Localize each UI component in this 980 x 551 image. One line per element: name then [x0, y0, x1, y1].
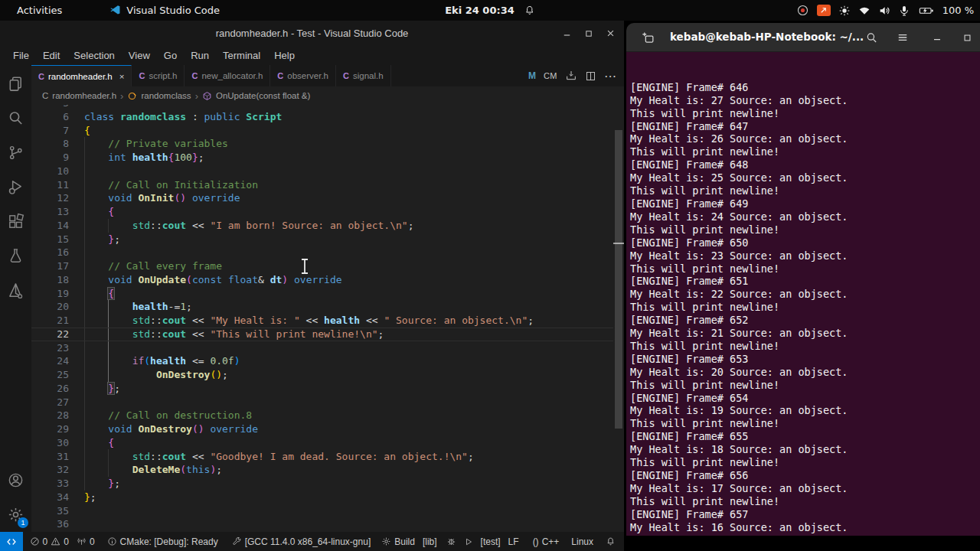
cmake-kit[interactable]: [GCC 11.4.0 x86_64-linux-gnu] — [228, 536, 375, 547]
terminal-output[interactable]: [ENGINE] Frame# 646My Healt is: 27 Sourc… — [626, 52, 980, 536]
code-line-7[interactable]: 7{ — [31, 124, 624, 138]
code-line-25[interactable]: 25 OnDestroy(); — [31, 368, 624, 382]
code-line-17[interactable]: 17 // Call every frame — [31, 259, 624, 273]
problems-indicator[interactable]: 0 0 — [26, 536, 73, 547]
code-line-27[interactable]: 27 — [31, 396, 624, 409]
menu-selection[interactable]: Selection — [67, 50, 121, 61]
code-line-12[interactable]: 12 void OnInit() override — [31, 191, 624, 205]
code-line-30[interactable]: 30 { — [31, 436, 624, 450]
code-line-33[interactable]: 33 }; — [31, 477, 624, 491]
install-icon[interactable] — [565, 70, 577, 82]
code-line-13[interactable]: 13 { — [31, 205, 624, 219]
menu-edit[interactable]: Edit — [36, 50, 67, 61]
code-line-34[interactable]: 34}; — [31, 491, 624, 504]
menu-view[interactable]: View — [122, 50, 157, 61]
terminal-search-icon[interactable] — [861, 27, 882, 48]
tab-script.h[interactable]: Cscript.h — [132, 65, 185, 86]
build-button[interactable]: Build — [377, 536, 419, 547]
cmake-icon[interactable] — [0, 273, 31, 308]
terminal-maximize-button[interactable] — [956, 27, 978, 48]
code-line-32[interactable]: 32 DeleteMe(this); — [31, 463, 624, 477]
activities-button[interactable]: Activities — [17, 5, 62, 16]
tab-new_allocator.h[interactable]: Cnew_allocator.h — [185, 65, 270, 86]
language-mode[interactable]: () C++ — [529, 536, 564, 547]
split-editor-icon[interactable] — [585, 70, 596, 82]
code-line-35[interactable]: 35 — [31, 504, 624, 518]
search-icon[interactable] — [0, 101, 31, 135]
menu-file[interactable]: File — [6, 50, 36, 61]
cmake-cm-indicator[interactable]: CM — [544, 71, 557, 80]
code-line-10[interactable]: 10 — [31, 165, 624, 178]
menu-run[interactable]: Run — [184, 50, 216, 61]
run-debug-icon[interactable] — [0, 170, 31, 204]
breadcrumb-file[interactable]: randomheader.h — [52, 91, 116, 100]
breadcrumb-class[interactable]: randomclass — [141, 91, 191, 100]
vscode-titlebar[interactable]: randomheader.h - Test - Visual Studio Co… — [0, 21, 624, 46]
debug-target-icon[interactable] — [443, 536, 460, 546]
code-line-36[interactable]: 36 — [31, 517, 624, 531]
editor-scrollbar[interactable] — [613, 105, 624, 532]
source-control-icon[interactable] — [0, 135, 31, 170]
code-editor[interactable]: 56class randomclass : public Script7{8 /… — [31, 105, 624, 532]
code-line-21[interactable]: 21 std::cout << "My Healt is: " << healt… — [31, 314, 624, 328]
line-content: std::cout << "Goodbye! I am dead. Source… — [69, 450, 474, 464]
tab-randomheader.h[interactable]: Crandomheader.h× — [31, 65, 132, 86]
menu-terminal[interactable]: Terminal — [216, 50, 267, 61]
code-line-15[interactable]: 15 }; — [31, 233, 624, 246]
code-line-8[interactable]: 8 // Private variables — [31, 137, 624, 151]
cmake-m-indicator[interactable]: M — [528, 70, 536, 81]
code-line-19[interactable]: 19 { — [31, 287, 624, 301]
code-line-23[interactable]: 23 — [31, 341, 624, 355]
scrollbar-thumb[interactable] — [615, 130, 622, 429]
line-content: }; — [69, 233, 120, 246]
accounts-icon[interactable] — [0, 463, 31, 497]
launch-target[interactable]: [test] — [477, 536, 505, 547]
close-button[interactable] — [605, 28, 616, 39]
code-line-5[interactable]: 5 — [31, 105, 624, 110]
tab-observer.h[interactable]: Cobserver.h — [270, 65, 336, 86]
code-line-16[interactable]: 16 — [31, 246, 624, 259]
tab-signal.h[interactable]: Csignal.h — [336, 65, 391, 86]
system-tray[interactable]: 100 % — [796, 0, 974, 21]
code-line-11[interactable]: 11 // Call on Initialization — [31, 178, 624, 192]
testing-icon[interactable] — [0, 239, 31, 273]
build-target[interactable]: [lib] — [419, 536, 441, 547]
terminal-minimize-button[interactable] — [926, 27, 948, 48]
code-line-6[interactable]: 6class randomclass : public Script — [31, 110, 624, 124]
more-actions-icon[interactable]: ⋯ — [604, 69, 616, 83]
tab-close-icon[interactable]: × — [119, 72, 125, 81]
code-line-9[interactable]: 9 int health{100}; — [31, 151, 624, 165]
terminal-line: My Healt is: 19 Source: an objsect. — [630, 404, 980, 417]
launch-target-icon[interactable] — [460, 537, 477, 546]
ports-indicator[interactable]: 0 — [73, 536, 99, 547]
terminal-titlebar[interactable]: kebab@kebab-HP-Notebook: ~/... — [626, 23, 980, 52]
eol-indicator[interactable]: LF — [505, 536, 523, 547]
settings-gear-icon[interactable]: 1 — [0, 497, 31, 532]
code-line-26[interactable]: 26 }; — [31, 382, 624, 396]
extensions-icon[interactable] — [0, 204, 31, 239]
code-line-14[interactable]: 14 std::cout << "I am born! Source: an o… — [31, 219, 624, 233]
minimize-button[interactable] — [561, 28, 573, 39]
remote-indicator[interactable] — [0, 532, 23, 551]
hamburger-menu-icon[interactable] — [892, 27, 913, 48]
breadcrumb-method[interactable]: OnUpdate(const float &) — [216, 91, 310, 100]
focused-app-indicator[interactable]: Visual Studio Code — [109, 5, 220, 16]
notifications-bell-icon[interactable] — [602, 536, 619, 546]
line-number: 36 — [31, 517, 69, 531]
cmake-status[interactable]: CMake: [Debug]: Ready — [103, 536, 222, 547]
code-line-29[interactable]: 29 void OnDestroy() override — [31, 422, 624, 436]
explorer-icon[interactable] — [0, 67, 31, 101]
menu-go[interactable]: Go — [157, 50, 184, 61]
os-indicator[interactable]: Linux — [567, 536, 597, 547]
code-line-22[interactable]: 22 std::cout << "This will print newline… — [31, 328, 624, 341]
new-tab-icon[interactable] — [637, 27, 658, 48]
code-line-20[interactable]: 20 health-=1; — [31, 300, 624, 314]
menu-help[interactable]: Help — [267, 50, 302, 61]
code-line-28[interactable]: 28 // Call on destruction.8 — [31, 409, 624, 422]
maximize-button[interactable] — [583, 28, 594, 39]
code-line-31[interactable]: 31 std::cout << "Goodbye! I am dead. Sou… — [31, 450, 624, 464]
code-line-18[interactable]: 18 void OnUpdate(const float& dt) overri… — [31, 273, 624, 287]
notification-bell-icon[interactable] — [524, 5, 535, 16]
code-line-24[interactable]: 24 if(health <= 0.0f) — [31, 354, 624, 368]
clock[interactable]: Eki 24 00:34 — [445, 5, 514, 16]
